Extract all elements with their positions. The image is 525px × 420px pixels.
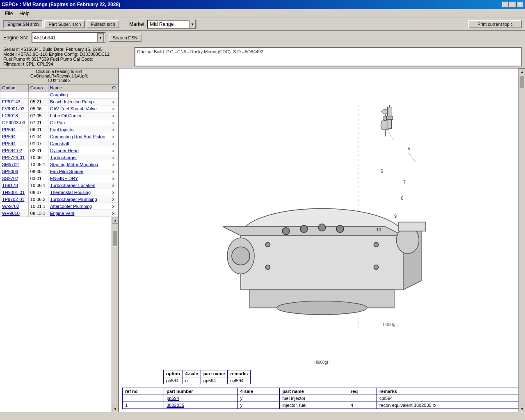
parts-table-row[interactable]: WA9702 10.01.1 Aftercooler Plumbing x xyxy=(0,203,118,210)
title-controls: ─ □ ✕ xyxy=(502,2,523,7)
part-group-cell: 01.04 xyxy=(28,133,48,140)
scroll-down-btn[interactable]: ▼ xyxy=(112,406,118,412)
parts-table-row[interactable]: TH9001-01 08.07 Thermostat Housing x xyxy=(0,189,118,196)
part-option-cell[interactable]: WH9010 xyxy=(0,210,29,217)
part-name-cell[interactable]: Thermostat Housing xyxy=(48,189,110,196)
right-scroll-up[interactable]: ▲ xyxy=(519,68,525,75)
part-option-cell[interactable]: TB9178 xyxy=(0,182,29,189)
left-scrollbar[interactable]: ▲ ▼ xyxy=(112,217,118,412)
detail-part[interactable]: pp594 xyxy=(164,395,237,402)
parts-table-row[interactable]: OP9003-03 07.01 Oil Pan x xyxy=(0,119,118,126)
svg-point-9 xyxy=(266,242,270,247)
part-option-cell[interactable]: PP594 xyxy=(0,126,29,133)
part-option-cell[interactable]: WA9702 xyxy=(0,203,29,210)
part-name-cell[interactable]: Turbocharger xyxy=(48,154,110,161)
part-option-cell[interactable]: TP9702-01 xyxy=(0,196,29,203)
part-name-cell[interactable]: Bosch Injection Pump xyxy=(48,98,110,105)
scroll-up-btn[interactable]: ▲ xyxy=(112,217,118,224)
part-group-cell: 10.06.1 xyxy=(28,182,48,189)
detail-table-row[interactable]: pp594 y fuel injector cpl594 xyxy=(123,395,522,402)
part-option-cell[interactable]: OP9003-03 xyxy=(0,119,29,126)
parts-table-row[interactable]: PP9726-01 10.06 Turbocharger x xyxy=(0,154,118,161)
parts-table-row[interactable]: LC9018 07.05 Lube Oil Cooler x xyxy=(0,112,118,119)
engine-sn-srch-button[interactable]: Engine SN srch xyxy=(3,20,43,28)
right-scrollbar[interactable]: ▲ ▼ xyxy=(518,68,525,412)
main-content: Click on a heading to sort O=Original,R=… xyxy=(0,68,525,412)
part-name-cell[interactable]: Aftercooler Plumbing xyxy=(48,203,110,210)
detail-part-link[interactable]: 3802035 xyxy=(167,403,184,408)
fulltext-srch-button[interactable]: Fulltext srch xyxy=(87,20,119,28)
part-name-cell[interactable]: Turbocharger Location xyxy=(48,182,110,189)
part-name-cell[interactable]: Fuel Injector xyxy=(48,126,110,133)
col-group[interactable]: Group xyxy=(28,84,48,91)
part-option-cell[interactable] xyxy=(0,91,29,98)
part-name-cell[interactable]: CAV Fuel Shutoff Valve xyxy=(48,105,110,112)
part-name-cell[interactable]: Oil Pan xyxy=(48,119,110,126)
part-super-srch-button[interactable]: Part Super. srch xyxy=(44,20,85,28)
part-option-cell[interactable]: PP594 xyxy=(0,133,29,140)
parts-table-row[interactable]: Coupling xyxy=(0,91,118,98)
part-option-cell[interactable]: TH9001-01 xyxy=(0,189,29,196)
part-option-cell[interactable]: FP97143 xyxy=(0,98,29,105)
engine-sn-dropdown-arrow[interactable]: ▼ xyxy=(97,33,104,42)
part-name-cell[interactable]: Lube Oil Cooler xyxy=(48,112,110,119)
parts-table-row[interactable]: SM9702 13.05.1 Starting Motor Mounting x xyxy=(0,161,118,168)
detail-part-link[interactable]: pp594 xyxy=(167,396,179,401)
part-option-cell[interactable]: PP594 xyxy=(0,140,29,147)
part-name-cell[interactable]: ENGINE,DRY xyxy=(48,175,110,182)
part-name-cell[interactable]: Camshaft xyxy=(48,140,110,147)
part-option-cell[interactable]: LC9018 xyxy=(0,112,29,119)
parts-table-row[interactable]: WH9010 08.13.1 Engine Vent x xyxy=(0,210,118,217)
part-name-cell[interactable]: Cylinder Head xyxy=(48,147,110,154)
detail-name: fuel injector xyxy=(280,395,348,402)
parts-table-row[interactable]: PP594-02 02.01 Cylinder Head x xyxy=(0,147,118,154)
part-option-cell[interactable]: SS9702 xyxy=(0,175,29,182)
part-name-cell[interactable]: Fan Pilot Spacer xyxy=(48,168,110,175)
col-o: O xyxy=(110,84,118,91)
parts-table-row[interactable]: PP594 01.04 Connecting Rod And Piston x xyxy=(0,133,118,140)
parts-table-row[interactable]: TB9178 10.06.1 Turbocharger Location x xyxy=(0,182,118,189)
part-name-cell[interactable]: Turbocharger Plumbing xyxy=(48,196,110,203)
part-name-cell[interactable]: Starting Motor Mounting xyxy=(48,161,110,168)
detail-part[interactable]: 3802035 xyxy=(164,402,237,409)
part-name-cell[interactable]: Coupling xyxy=(48,91,110,98)
maximize-button[interactable]: □ xyxy=(509,2,516,7)
right-scroll-down[interactable]: ▼ xyxy=(519,406,525,412)
part-o-cell: x xyxy=(110,112,118,119)
part-name-cell[interactable]: Engine Vent xyxy=(48,210,110,217)
part-name-cell[interactable]: Connecting Rod And Piston xyxy=(48,133,110,140)
scroll-thumb[interactable] xyxy=(113,230,117,247)
part-option-cell[interactable]: PP594-02 xyxy=(0,147,29,154)
sort-info: Click on a heading to sort O=Original,R=… xyxy=(0,68,118,84)
part-o-cell: x xyxy=(110,210,118,217)
part-option-cell[interactable]: SP9006 xyxy=(0,168,29,175)
right-scroll-thumb[interactable] xyxy=(520,76,524,88)
option-table-row[interactable]: pp594 n pp594 cpl594 xyxy=(164,377,251,384)
parts-table-row[interactable]: SP9006 08.05 Fan Pilot Spacer x xyxy=(0,168,118,175)
engine-sn-input[interactable] xyxy=(32,34,98,41)
parts-table-row[interactable]: FP97143 05.21 Bosch Injection Pump x xyxy=(0,98,118,105)
menu-file[interactable]: File xyxy=(2,10,16,17)
parts-table-row[interactable]: PP594 06.01 Fuel Injector x xyxy=(0,126,118,133)
parts-table-row[interactable]: FV9001-02 05.06 CAV Fuel Shutoff Valve x xyxy=(0,105,118,112)
svg-point-10 xyxy=(374,242,379,247)
minimize-button[interactable]: ─ xyxy=(502,2,509,7)
bottom-tables: option 4-sale part name remarks pp594 n … xyxy=(119,367,525,412)
part-o-cell: x xyxy=(110,140,118,147)
part-option-cell[interactable]: FV9001-02 xyxy=(0,105,29,112)
parts-table-row[interactable]: PP594 01.07 Camshaft x xyxy=(0,140,118,147)
parts-detail-table: ref no part number 4-sale part name req … xyxy=(122,388,522,409)
close-button[interactable]: ✕ xyxy=(517,2,523,7)
parts-table-row[interactable]: TP9702-01 10.06.2 Turbocharger Plumbing … xyxy=(0,196,118,203)
menu-help[interactable]: Help xyxy=(16,10,33,17)
detail-table-row[interactable]: 1 3802035 y injector, fuel 4 recon equiv… xyxy=(123,402,522,409)
parts-table-row[interactable]: SS9702 03.01 ENGINE,DRY x xyxy=(0,175,118,182)
part-option-cell[interactable]: SM9702 xyxy=(0,161,29,168)
print-button[interactable]: Print current topic xyxy=(468,20,522,28)
svg-point-5 xyxy=(282,228,290,235)
engine-info: Serial #: 45156341 Build Date: February … xyxy=(3,47,126,66)
col-name[interactable]: Name xyxy=(48,84,110,91)
search-esn-button[interactable]: Search ESN xyxy=(109,34,142,42)
col-option[interactable]: Option xyxy=(0,84,29,91)
part-option-cell[interactable]: PP9726-01 xyxy=(0,154,29,161)
